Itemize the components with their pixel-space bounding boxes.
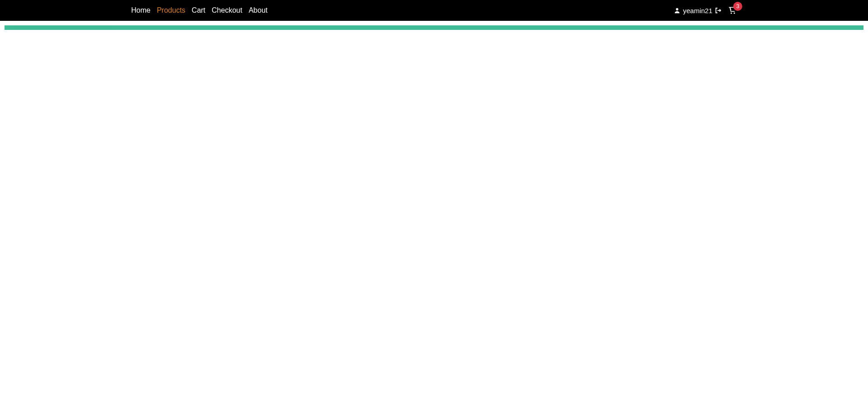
user-menu[interactable]: yeamin21 (674, 7, 721, 14)
nav-cart[interactable]: Cart (192, 6, 205, 14)
nav-right: yeamin21 3 (674, 6, 737, 14)
nav-checkout[interactable]: Checkout (212, 6, 242, 14)
svg-point-1 (730, 13, 732, 14)
svg-point-2 (734, 13, 735, 14)
logout-icon[interactable] (715, 7, 721, 14)
username: yeamin21 (683, 7, 712, 14)
nav-about[interactable]: About (249, 6, 268, 14)
hero-banner: Search (5, 25, 863, 30)
nav-products[interactable]: Products (157, 6, 185, 14)
nav-home[interactable]: Home (131, 6, 151, 14)
nav-links: Home Products Cart Checkout About (131, 6, 267, 14)
user-icon (674, 7, 680, 14)
navbar: Home Products Cart Checkout About yeamin… (0, 0, 868, 21)
svg-point-0 (676, 8, 678, 10)
cart-button[interactable]: 3 (728, 6, 737, 14)
cart-badge: 3 (733, 2, 742, 11)
